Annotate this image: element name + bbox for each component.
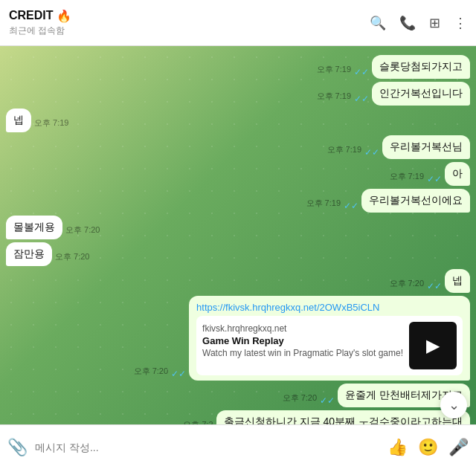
message-check: ✓✓ bbox=[171, 369, 186, 379]
message-check: ✓✓ bbox=[354, 94, 369, 104]
message-row: 오후 7:19 ✓✓ 아 bbox=[6, 162, 470, 186]
message-row: 오후 7:20 ✓✓ 윤줄게 만천배터제가지고 bbox=[6, 384, 470, 407]
link-thumbnail: ▶ bbox=[409, 322, 457, 369]
message-row: 오후 7:19 ✓✓ 우리볼거복선이에요 bbox=[6, 189, 470, 213]
message-bubble: 인간거복선입니다 bbox=[372, 82, 470, 106]
message-text: 잠만용 bbox=[13, 248, 45, 259]
message-time-area: 오후 7:19 bbox=[34, 117, 68, 131]
message-text: 우리볼거복선이에요 bbox=[369, 194, 463, 206]
message-bubble-link: https://fkivsk.hrqhregkxq.net/2OWxB5iCLN… bbox=[189, 296, 470, 381]
message-time-area: 오후 7:20 bbox=[55, 251, 89, 265]
header-left: CREDIT 🔥 최근에 접속함 bbox=[9, 9, 370, 37]
chat-title: CREDIT 🔥 bbox=[9, 9, 370, 23]
message-bubble: 우리볼거복선님 bbox=[382, 135, 470, 159]
message-row: 몰볼게용 오후 7:20 bbox=[6, 216, 470, 239]
link-description: Watch my latest win in Pragmatic Play's … bbox=[202, 348, 403, 358]
emoji-icon[interactable]: 🙂 bbox=[418, 438, 438, 457]
message-text: 인간거복선입니다 bbox=[379, 87, 463, 99]
chat-area: 오후 7:19 ✓✓ 슬롯당첨되가지고 오후 7:19 ✓✓ 인간거복선입니다 … bbox=[0, 46, 476, 424]
link-title: Game Win Replay bbox=[202, 335, 403, 346]
message-bubble: 넵 bbox=[6, 109, 31, 132]
message-text: 넵 bbox=[13, 114, 24, 126]
message-time: 오후 7:20 bbox=[65, 224, 100, 236]
message-input[interactable] bbox=[35, 441, 380, 453]
chat-content: 오후 7:19 ✓✓ 슬롯당첨되가지고 오후 7:19 ✓✓ 인간거복선입니다 … bbox=[0, 46, 476, 424]
header-icons: 🔍 📞 ⊞ ⋮ bbox=[370, 15, 467, 31]
play-icon: ▶ bbox=[426, 335, 440, 356]
message-time-area: 오후 7:19 ✓✓ bbox=[317, 91, 369, 104]
message-bubble: 아 bbox=[445, 162, 470, 186]
message-bubble: 넵 bbox=[445, 269, 470, 293]
scroll-down-button[interactable]: ⌄ bbox=[440, 392, 467, 418]
phone-icon[interactable]: 📞 bbox=[399, 15, 416, 31]
message-time: 오후 7:19 bbox=[317, 64, 351, 75]
message-row: 오후 7:2 출금신청하니간 지금 40분째 ㅜ검수중이라고하는대 bbox=[6, 410, 470, 424]
message-text: 우리볼거복선님 bbox=[390, 140, 463, 152]
message-time: 오후 7:19 bbox=[390, 171, 424, 182]
message-row: 오후 7:20 ✓✓ https://fkivsk.hrqhregkxq.net… bbox=[6, 296, 470, 381]
message-time-area: 오후 7:19 ✓✓ bbox=[327, 144, 379, 158]
link-url-text[interactable]: https://fkivsk.hrqhregkxq.net/2OWxB5iCLN bbox=[196, 302, 379, 313]
search-icon[interactable]: 🔍 bbox=[370, 15, 386, 31]
message-time-area: 오후 7:19 ✓✓ bbox=[306, 198, 358, 211]
message-bubble: 몰볼게용 bbox=[6, 216, 62, 239]
message-row: 넵 오후 7:19 bbox=[6, 109, 470, 132]
message-time: 오후 7:2 bbox=[183, 419, 213, 424]
message-bubble: 출금신청하니간 지금 40분째 ㅜ검수중이라고하는대 bbox=[216, 410, 470, 424]
message-time: 오후 7:20 bbox=[283, 392, 317, 404]
message-check: ✓✓ bbox=[354, 67, 369, 77]
message-time: 오후 7:19 bbox=[306, 198, 341, 209]
link-domain: fkivsk.hrqhregkxq.net bbox=[202, 323, 403, 334]
columns-icon[interactable]: ⊞ bbox=[429, 15, 440, 31]
footer-action-icons: 👍 🙂 🎤 bbox=[387, 438, 469, 457]
link-preview-text: fkivsk.hrqhregkxq.net Game Win Replay Wa… bbox=[202, 322, 403, 369]
message-text: 몰볼게용 bbox=[13, 221, 55, 233]
message-time-area: 오후 7:19 ✓✓ bbox=[317, 64, 369, 77]
more-icon[interactable]: ⋮ bbox=[454, 15, 467, 31]
mic-icon[interactable]: 🎤 bbox=[448, 438, 469, 457]
link-preview: fkivsk.hrqhregkxq.net Game Win Replay Wa… bbox=[196, 316, 463, 375]
fire-icon: 🔥 bbox=[57, 9, 71, 23]
chevron-down-icon: ⌄ bbox=[448, 397, 460, 413]
message-time-area: 오후 7:20 ✓✓ bbox=[390, 278, 442, 291]
message-text: 출금신청하니간 지금 40분째 ㅜ검수중이라고하는대 bbox=[224, 415, 463, 424]
thumbsup-icon[interactable]: 👍 bbox=[387, 438, 408, 457]
message-time-area: 오후 7:20 ✓✓ bbox=[283, 392, 335, 406]
message-bubble: 잠만용 bbox=[6, 242, 52, 266]
message-check: ✓✓ bbox=[344, 201, 358, 211]
message-time: 오후 7:20 bbox=[134, 366, 168, 377]
message-row: 잠만용 오후 7:20 bbox=[6, 242, 470, 266]
message-row: 오후 7:19 ✓✓ 우리볼거복선님 bbox=[6, 135, 470, 159]
message-bubble: 우리볼거복선이에요 bbox=[361, 189, 470, 213]
chat-name-text: CREDIT bbox=[9, 9, 54, 22]
message-bubble: 슬롯당첨되가지고 bbox=[372, 55, 470, 79]
message-check: ✓✓ bbox=[364, 147, 379, 158]
message-time: 오후 7:20 bbox=[390, 278, 424, 289]
attach-icon[interactable]: 📎 bbox=[7, 438, 28, 457]
message-time-area: 오후 7:2 bbox=[183, 419, 213, 424]
message-time: 오후 7:19 bbox=[34, 117, 68, 129]
message-text: 슬롯당첨되가지고 bbox=[379, 60, 463, 72]
message-time-area: 오후 7:19 ✓✓ bbox=[390, 171, 442, 184]
message-text: 넵 bbox=[452, 274, 463, 286]
message-check: ✓✓ bbox=[427, 174, 442, 184]
message-row: 오후 7:19 ✓✓ 인간거복선입니다 bbox=[6, 82, 470, 106]
footer: 📎 👍 🙂 🎤 bbox=[0, 424, 476, 469]
header: CREDIT 🔥 최근에 접속함 🔍 📞 ⊞ ⋮ bbox=[0, 0, 476, 46]
message-row: 오후 7:19 ✓✓ 슬롯당첨되가지고 bbox=[6, 55, 470, 79]
message-check: ✓✓ bbox=[320, 395, 335, 406]
message-text: 아 bbox=[452, 167, 463, 179]
message-check: ✓✓ bbox=[427, 281, 442, 291]
message-time-area: 오후 7:20 bbox=[65, 224, 100, 238]
message-time: 오후 7:19 bbox=[317, 91, 351, 102]
message-time-area: 오후 7:20 ✓✓ bbox=[134, 366, 186, 379]
chat-status: 최근에 접속함 bbox=[9, 25, 370, 37]
message-row: 오후 7:20 ✓✓ 넵 bbox=[6, 269, 470, 293]
message-time: 오후 7:19 bbox=[327, 144, 361, 155]
message-time: 오후 7:20 bbox=[55, 251, 89, 262]
